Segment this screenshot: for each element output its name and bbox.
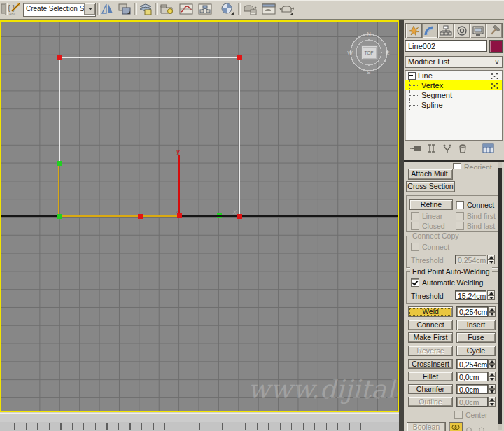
schematic-view-icon[interactable]	[197, 2, 214, 16]
connect-copy-threshold-spinner[interactable]	[487, 255, 495, 264]
panel-scrollbar-thumb[interactable]	[498, 168, 502, 424]
insert-button[interactable]: Insert	[456, 320, 496, 330]
weld-threshold-spinner[interactable]	[488, 306, 496, 317]
stack-label[interactable]: Segment	[421, 90, 452, 100]
modifier-list-dropdown[interactable]: Modifier List ∨	[405, 56, 503, 68]
stack-label[interactable]: Vertex	[421, 80, 443, 90]
selection-set-combo[interactable]: Create Selection Se	[23, 3, 96, 17]
render-setup-icon[interactable]	[241, 2, 258, 16]
object-color-swatch[interactable]	[489, 40, 503, 53]
mirror-icon[interactable]	[99, 2, 116, 16]
cycle-button[interactable]: Cycle	[456, 346, 496, 356]
tab-utilities[interactable]	[486, 23, 503, 38]
layer-manager-icon[interactable]	[137, 2, 154, 16]
panel-splitter[interactable]	[399, 20, 404, 431]
auto-weld-threshold-spinner[interactable]	[487, 290, 495, 300]
fillet-field[interactable]: 0,0cm	[456, 372, 488, 381]
cross-insert-field[interactable]: 0,254cm	[456, 359, 488, 369]
panel-scrollbar[interactable]	[498, 162, 502, 430]
render-teapot-icon[interactable]	[279, 2, 295, 16]
stack-row-line[interactable]: Line	[405, 71, 502, 80]
connect-checkbox[interactable]	[456, 201, 464, 209]
track-bar[interactable]	[0, 422, 399, 431]
connect-copy-threshold-field[interactable]: 0,254cm	[455, 255, 486, 264]
fillet-button[interactable]: Fillet	[408, 372, 453, 381]
cross-insert-spinner[interactable]	[488, 359, 496, 369]
compass-south-label[interactable]: S	[367, 69, 370, 76]
chamfer-spinner[interactable]	[488, 384, 496, 394]
collapse-icon[interactable]	[408, 72, 416, 80]
stack-label[interactable]: Line	[418, 71, 433, 80]
outline-button[interactable]: Outline	[408, 397, 453, 407]
compass-north-label[interactable]: N	[367, 31, 371, 37]
chamfer-field[interactable]: 0,0cm	[456, 384, 488, 394]
folder-lightbulb-icon[interactable]	[159, 2, 176, 16]
selection-set-value[interactable]: Create Selection Se	[24, 3, 84, 16]
configure-modifier-sets-icon[interactable]	[482, 143, 495, 156]
boolean-subtract-icon[interactable]	[465, 423, 474, 431]
bind-last-checkbox[interactable]	[456, 222, 464, 230]
rendered-frame-window-icon[interactable]	[260, 2, 277, 16]
make-first-button[interactable]: Make First	[408, 332, 453, 343]
attach-mult-button[interactable]: Attach Mult.	[408, 169, 453, 180]
fuse-button[interactable]: Fuse	[456, 332, 496, 343]
view-compass[interactable]: TOP N E S W	[347, 31, 389, 76]
closed-checkbox[interactable]	[411, 222, 419, 230]
tab-display[interactable]	[470, 23, 486, 38]
boolean-union-icon[interactable]	[449, 422, 463, 431]
stack-label[interactable]: Spline	[421, 100, 443, 110]
connect-copy-checkbox[interactable]	[411, 243, 419, 251]
automatic-welding-checkbox[interactable]	[411, 278, 419, 287]
auto-weld-title: End Point Auto-Welding	[410, 267, 492, 276]
outline-field[interactable]: 0,0cm	[456, 397, 488, 407]
boolean-intersect-icon[interactable]	[478, 423, 486, 431]
material-editor-icon[interactable]	[219, 2, 236, 16]
make-unique-icon[interactable]	[442, 143, 453, 156]
chevron-down-icon[interactable]	[84, 3, 95, 15]
stack-row-vertex[interactable]: Vertex	[405, 80, 502, 90]
stack-row-spline[interactable]: Spline	[405, 100, 502, 110]
spline-shape[interactable]: y x z TOP N E S W	[1, 22, 398, 411]
top-viewport[interactable]: y x z TOP N E S W www.dijitalde	[0, 20, 399, 412]
linear-checkbox[interactable]	[411, 212, 419, 220]
bind-first-checkbox[interactable]	[456, 212, 464, 220]
weld-threshold-field[interactable]: 0,254cm	[456, 306, 488, 317]
fillet-spinner[interactable]	[488, 372, 496, 381]
curve-editor-icon[interactable]	[178, 2, 195, 16]
vertex-unselected[interactable]	[57, 214, 62, 219]
vertex-selected[interactable]	[138, 214, 143, 219]
boolean-button[interactable]: Boolean	[407, 422, 446, 431]
active-vertex[interactable]	[177, 213, 182, 218]
vertex-selected[interactable]	[237, 214, 242, 219]
tab-create[interactable]	[405, 23, 422, 38]
vertex-unselected[interactable]	[57, 161, 62, 166]
center-label: Center	[465, 411, 488, 419]
outline-spinner[interactable]	[488, 397, 496, 407]
reorient-checkbox[interactable]	[453, 163, 461, 169]
refine-button[interactable]: Refine	[410, 199, 453, 210]
object-name-field[interactable]: Line002	[405, 40, 487, 52]
cross-section-button[interactable]: Cross Section	[406, 181, 455, 192]
vertex-selected[interactable]	[237, 55, 242, 60]
auto-weld-threshold-field[interactable]: 15,24cm	[455, 290, 486, 300]
chamfer-button[interactable]: Chamfer	[408, 384, 453, 394]
compass-west-label[interactable]: W	[347, 50, 353, 56]
tab-modify[interactable]	[421, 23, 438, 38]
tab-motion[interactable]	[454, 23, 470, 38]
chevron-down-icon[interactable]: ∨	[492, 57, 502, 67]
align-icon[interactable]	[116, 2, 133, 16]
connect-button[interactable]: Connect	[408, 320, 453, 330]
show-end-result-icon[interactable]	[427, 143, 437, 156]
vertex-selected[interactable]	[57, 55, 62, 60]
reverse-button[interactable]: Reverse	[408, 346, 453, 356]
tab-hierarchy[interactable]	[438, 23, 454, 38]
pin-stack-icon[interactable]	[410, 143, 422, 156]
weld-button[interactable]: Weld	[408, 306, 453, 317]
stack-row-segment[interactable]: Segment	[405, 90, 502, 100]
cross-insert-button[interactable]: CrossInsert	[408, 359, 453, 369]
remove-modifier-icon[interactable]	[458, 143, 468, 156]
center-checkbox[interactable]	[454, 411, 463, 419]
named-selection-sets-icon[interactable]: { } ABC	[6, 2, 23, 16]
compass-east-label[interactable]: E	[386, 50, 389, 56]
time-slider[interactable]	[0, 413, 399, 423]
